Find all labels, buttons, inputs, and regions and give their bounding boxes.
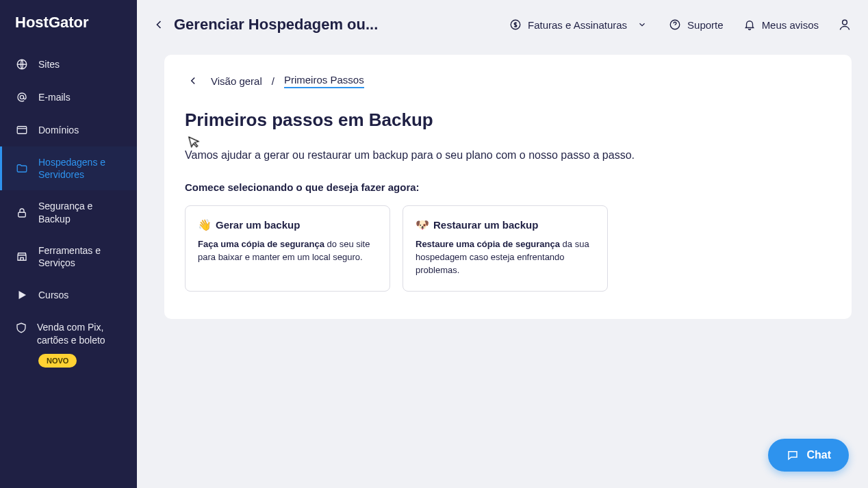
sidebar-item-label: Venda com Pix, cartões e boleto <box>37 321 122 347</box>
topbar-support[interactable]: Suporte <box>661 14 730 36</box>
sidebar-item-sites[interactable]: Sites <box>0 48 137 81</box>
topbar-link-label: Suporte <box>687 19 724 31</box>
card-restore-backup[interactable]: 🐶 Restaurar um backup Restaure uma cópia… <box>403 205 608 292</box>
card-generate-backup[interactable]: 👋 Gerar um backup Faça uma cópia de segu… <box>185 205 390 292</box>
topbar: Gerenciar Hospedagem ou... Faturas e Ass… <box>137 0 868 49</box>
card-description: Faça uma cópia de segurança do seu site … <box>198 238 377 264</box>
window-icon <box>15 123 29 137</box>
user-icon <box>838 18 852 31</box>
topbar-invoices[interactable]: Faturas e Assinaturas <box>502 14 656 36</box>
lock-icon <box>15 206 29 220</box>
topbar-link-label: Faturas e Assinaturas <box>528 19 627 31</box>
new-badge: NOVO <box>38 354 77 368</box>
shield-icon <box>15 321 27 335</box>
sidebar-item-label: E-mails <box>38 91 122 103</box>
sidebar-item-domains[interactable]: Domínios <box>0 114 137 146</box>
sidebar-item-promo[interactable]: Venda com Pix, cartões e boleto NOVO <box>0 311 137 377</box>
sidebar-item-label: Cursos <box>38 289 122 301</box>
dollar-circle-icon <box>509 18 522 31</box>
option-cards: 👋 Gerar um backup Faça uma cópia de segu… <box>185 205 831 292</box>
brand-logo: HostGator <box>0 14 137 48</box>
sidebar-item-tools[interactable]: Ferramentas e Serviços <box>0 235 137 279</box>
sidebar-item-courses[interactable]: Cursos <box>0 279 137 311</box>
sidebar: HostGator Sites E-mails Domínios Hospeda… <box>0 0 137 488</box>
back-button[interactable] <box>149 15 168 34</box>
chat-label: Chat <box>806 449 831 461</box>
card-title-label: Restaurar um backup <box>433 219 538 231</box>
page-heading: Gerenciar Hospedagem ou... <box>174 16 378 34</box>
play-icon <box>15 288 29 302</box>
card-title-label: Gerar um backup <box>216 219 300 231</box>
breadcrumb-separator: / <box>272 75 275 87</box>
svg-rect-2 <box>17 127 27 134</box>
store-icon <box>15 250 29 264</box>
sidebar-item-label: Ferramentas e Serviços <box>38 244 122 269</box>
folder-icon <box>15 162 29 175</box>
at-icon <box>15 90 29 104</box>
sidebar-item-label: Domínios <box>38 124 122 136</box>
breadcrumb-overview[interactable]: Visão geral <box>211 75 262 87</box>
chat-icon <box>786 448 800 462</box>
svg-point-6 <box>843 20 847 25</box>
breadcrumb-current: Primeiros Passos <box>284 74 364 88</box>
topbar-account[interactable] <box>831 14 852 36</box>
svg-point-1 <box>20 95 23 99</box>
chat-button[interactable]: Chat <box>768 439 849 472</box>
page-title: Primeiros passos em Backup <box>185 110 831 131</box>
card-description: Restaure uma cópia de segurança da sua h… <box>416 238 595 277</box>
page-lead: Vamos ajudar a gerar ou restaurar um bac… <box>185 147 831 164</box>
bell-icon <box>743 18 756 31</box>
sidebar-item-security[interactable]: Segurança e Backup <box>0 190 137 234</box>
chevron-down-icon <box>635 18 649 31</box>
sidebar-item-hosting[interactable]: Hospedagens e Servidores <box>0 146 137 190</box>
svg-rect-3 <box>18 212 26 217</box>
breadcrumb-back-button[interactable] <box>185 73 201 89</box>
topbar-notices[interactable]: Meus avisos <box>736 14 826 36</box>
globe-icon <box>15 57 29 71</box>
page-subhead: Comece selecionando o que deseja fazer a… <box>185 181 831 193</box>
topbar-link-label: Meus avisos <box>762 19 819 31</box>
sidebar-item-label: Sites <box>38 58 122 70</box>
sidebar-item-label: Hospedagens e Servidores <box>38 156 122 181</box>
breadcrumb: Visão geral / Primeiros Passos <box>185 73 831 89</box>
wave-emoji-icon: 👋 <box>198 218 212 231</box>
sidebar-item-label: Segurança e Backup <box>38 200 122 224</box>
dog-emoji-icon: 🐶 <box>416 218 429 231</box>
help-circle-icon <box>668 18 682 31</box>
sidebar-item-emails[interactable]: E-mails <box>0 81 137 114</box>
main-area: Gerenciar Hospedagem ou... Faturas e Ass… <box>137 0 868 488</box>
content-card: Visão geral / Primeiros Passos Primeiros… <box>164 55 852 319</box>
